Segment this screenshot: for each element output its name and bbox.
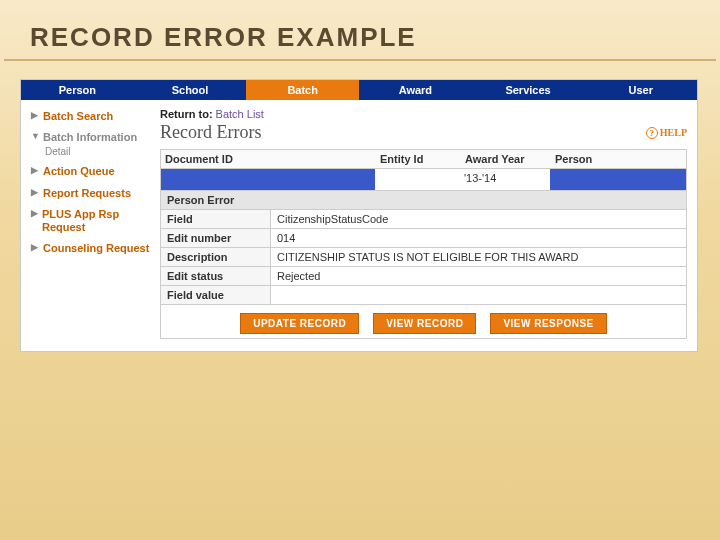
value-field-value xyxy=(271,286,686,304)
sidebar-item-batch-information[interactable]: ▼ Batch Information xyxy=(31,131,150,144)
label-field-value: Field value xyxy=(161,286,271,304)
sidebar-subitem-detail[interactable]: Detail xyxy=(45,146,150,157)
sidebar-item-batch-search[interactable]: ▶ Batch Search xyxy=(31,110,150,123)
section-person-error: Person Error xyxy=(160,191,687,210)
sidebar-item-label: Action Queue xyxy=(43,165,115,178)
main-content: Return to: Batch List Record Errors ? HE… xyxy=(156,100,697,351)
col-document-id: Document ID xyxy=(165,153,380,165)
label-edit-number: Edit number xyxy=(161,229,271,247)
return-link[interactable]: Batch List xyxy=(216,108,264,120)
sidebar: ▶ Batch Search ▼ Batch Information Detai… xyxy=(21,100,156,351)
row-description: Description CITIZENSHIP STATUS IS NOT EL… xyxy=(160,248,687,267)
top-nav: Person School Batch Award Services User xyxy=(21,80,697,100)
chevron-right-icon: ▶ xyxy=(31,165,39,176)
sidebar-item-counseling-request[interactable]: ▶ Counseling Request xyxy=(31,242,150,255)
app-panel: Person School Batch Award Services User … xyxy=(20,79,698,352)
document-id-value-redacted xyxy=(161,169,375,190)
view-record-button[interactable]: VIEW RECORD xyxy=(373,313,476,334)
help-label: HELP xyxy=(660,127,687,138)
return-label: Return to: xyxy=(160,108,213,120)
sidebar-item-label: Batch Information xyxy=(43,131,137,144)
chevron-right-icon: ▶ xyxy=(31,110,39,121)
nav-person[interactable]: Person xyxy=(21,80,134,100)
row-edit-status: Edit status Rejected xyxy=(160,267,687,286)
label-edit-status: Edit status xyxy=(161,267,271,285)
breadcrumb: Return to: Batch List xyxy=(160,108,687,120)
col-entity-id: Entity Id xyxy=(380,153,465,165)
value-description: CITIZENSHIP STATUS IS NOT ELIGIBLE FOR T… xyxy=(271,248,686,266)
help-link[interactable]: ? HELP xyxy=(646,127,687,139)
view-response-button[interactable]: VIEW RESPONSE xyxy=(490,313,606,334)
chevron-down-icon: ▼ xyxy=(31,131,39,142)
record-row: '13-'14 xyxy=(160,169,687,191)
nav-school[interactable]: School xyxy=(134,80,247,100)
label-field: Field xyxy=(161,210,271,228)
value-field: CitizenshipStatusCode xyxy=(271,210,686,228)
nav-award[interactable]: Award xyxy=(359,80,472,100)
sidebar-item-action-queue[interactable]: ▶ Action Queue xyxy=(31,165,150,178)
person-value-redacted xyxy=(550,169,686,190)
update-record-button[interactable]: UPDATE RECORD xyxy=(240,313,359,334)
award-year-value: '13-'14 xyxy=(460,169,550,190)
entity-id-value xyxy=(375,169,460,190)
chevron-right-icon: ▶ xyxy=(31,242,39,253)
sidebar-item-report-requests[interactable]: ▶ Report Requests xyxy=(31,187,150,200)
row-field-value: Field value xyxy=(160,286,687,305)
sidebar-item-plus-app-rsp-request[interactable]: ▶ PLUS App Rsp Request xyxy=(31,208,150,234)
row-edit-number: Edit number 014 xyxy=(160,229,687,248)
col-award-year: Award Year xyxy=(465,153,555,165)
sidebar-item-label: PLUS App Rsp Request xyxy=(42,208,150,234)
value-edit-number: 014 xyxy=(271,229,686,247)
column-headers: Document ID Entity Id Award Year Person xyxy=(160,149,687,169)
button-row: UPDATE RECORD VIEW RECORD VIEW RESPONSE xyxy=(160,305,687,339)
page-title: Record Errors xyxy=(160,122,261,143)
nav-batch[interactable]: Batch xyxy=(246,80,359,100)
nav-user[interactable]: User xyxy=(584,80,697,100)
sidebar-item-label: Batch Search xyxy=(43,110,113,123)
label-description: Description xyxy=(161,248,271,266)
chevron-right-icon: ▶ xyxy=(31,187,39,198)
chevron-right-icon: ▶ xyxy=(31,208,38,219)
col-person: Person xyxy=(555,153,682,165)
value-edit-status: Rejected xyxy=(271,267,686,285)
nav-services[interactable]: Services xyxy=(472,80,585,100)
slide-title: RECORD ERROR EXAMPLE xyxy=(4,0,716,61)
row-field: Field CitizenshipStatusCode xyxy=(160,210,687,229)
sidebar-item-label: Report Requests xyxy=(43,187,131,200)
sidebar-item-label: Counseling Request xyxy=(43,242,149,255)
help-icon: ? xyxy=(646,127,658,139)
